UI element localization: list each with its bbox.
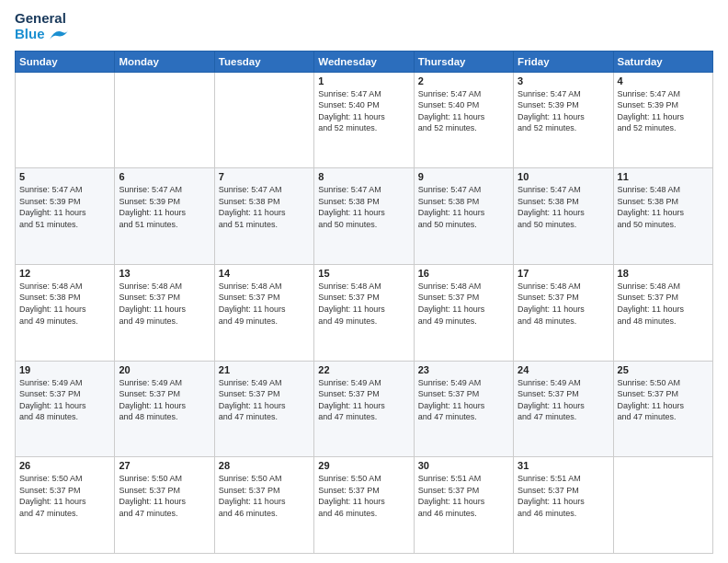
day-info: Sunrise: 5:49 AMSunset: 5:37 PMDaylight:… [318,377,409,423]
day-number: 2 [418,75,509,86]
day-info: Sunrise: 5:49 AMSunset: 5:37 PMDaylight:… [219,377,310,423]
day-info: Sunrise: 5:51 AMSunset: 5:37 PMDaylight:… [518,473,609,519]
day-number: 5 [19,171,110,182]
day-info: Sunrise: 5:48 AMSunset: 5:37 PMDaylight:… [219,281,310,327]
day-number: 30 [418,460,509,471]
day-info: Sunrise: 5:47 AMSunset: 5:39 PMDaylight:… [518,88,609,134]
page: General Blue SundayMondayTuesdayWednesda… [0,0,728,563]
day-cell: 10Sunrise: 5:47 AMSunset: 5:38 PMDayligh… [514,168,613,265]
weekday-header-wednesday: Wednesday [314,51,414,72]
day-number: 19 [19,364,110,375]
day-cell: 3Sunrise: 5:47 AMSunset: 5:39 PMDaylight… [514,72,613,168]
week-row-3: 12Sunrise: 5:48 AMSunset: 5:38 PMDayligh… [16,264,713,361]
logo-text-general: General [15,11,68,27]
day-cell: 2Sunrise: 5:47 AMSunset: 5:40 PMDaylight… [414,72,513,168]
day-cell [613,457,712,554]
weekday-header-friday: Friday [514,51,613,72]
day-info: Sunrise: 5:48 AMSunset: 5:38 PMDaylight:… [618,184,709,230]
day-cell: 26Sunrise: 5:50 AMSunset: 5:37 PMDayligh… [16,457,115,554]
day-info: Sunrise: 5:49 AMSunset: 5:37 PMDaylight:… [518,377,609,423]
day-info: Sunrise: 5:48 AMSunset: 5:37 PMDaylight:… [119,281,210,327]
day-info: Sunrise: 5:49 AMSunset: 5:37 PMDaylight:… [19,377,110,423]
day-number: 8 [318,171,409,182]
day-cell: 16Sunrise: 5:48 AMSunset: 5:37 PMDayligh… [414,264,513,361]
day-cell: 27Sunrise: 5:50 AMSunset: 5:37 PMDayligh… [115,457,214,554]
day-number: 16 [418,268,509,279]
day-info: Sunrise: 5:49 AMSunset: 5:37 PMDaylight:… [119,377,210,423]
day-cell: 29Sunrise: 5:50 AMSunset: 5:37 PMDayligh… [314,457,414,554]
day-cell: 14Sunrise: 5:48 AMSunset: 5:37 PMDayligh… [214,264,313,361]
day-number: 13 [119,268,210,279]
day-info: Sunrise: 5:47 AMSunset: 5:39 PMDaylight:… [119,184,210,230]
day-number: 23 [418,364,509,375]
day-cell: 25Sunrise: 5:50 AMSunset: 5:37 PMDayligh… [613,361,712,457]
day-info: Sunrise: 5:47 AMSunset: 5:40 PMDaylight:… [418,88,509,134]
day-cell [214,72,313,168]
calendar-table: SundayMondayTuesdayWednesdayThursdayFrid… [15,51,713,555]
day-cell [115,72,214,168]
day-cell: 23Sunrise: 5:49 AMSunset: 5:37 PMDayligh… [414,361,513,457]
day-number: 28 [219,460,310,471]
day-number: 14 [219,268,310,279]
day-cell: 8Sunrise: 5:47 AMSunset: 5:38 PMDaylight… [314,168,414,265]
week-row-5: 26Sunrise: 5:50 AMSunset: 5:37 PMDayligh… [16,457,713,554]
day-cell: 11Sunrise: 5:48 AMSunset: 5:38 PMDayligh… [613,168,712,265]
day-info: Sunrise: 5:47 AMSunset: 5:40 PMDaylight:… [318,88,409,134]
day-cell: 5Sunrise: 5:47 AMSunset: 5:39 PMDaylight… [16,168,115,265]
day-number: 25 [618,364,709,375]
day-cell [16,72,115,168]
day-number: 20 [119,364,210,375]
day-cell: 21Sunrise: 5:49 AMSunset: 5:37 PMDayligh… [214,361,313,457]
day-cell: 31Sunrise: 5:51 AMSunset: 5:37 PMDayligh… [514,457,613,554]
day-number: 26 [19,460,110,471]
header: General Blue [15,11,713,43]
day-info: Sunrise: 5:47 AMSunset: 5:38 PMDaylight:… [318,184,409,230]
day-info: Sunrise: 5:47 AMSunset: 5:38 PMDaylight:… [219,184,310,230]
day-number: 12 [19,268,110,279]
day-number: 27 [119,460,210,471]
day-number: 15 [318,268,409,279]
day-number: 17 [518,268,609,279]
weekday-header-thursday: Thursday [414,51,513,72]
day-cell: 1Sunrise: 5:47 AMSunset: 5:40 PMDaylight… [314,72,414,168]
day-info: Sunrise: 5:50 AMSunset: 5:37 PMDaylight:… [318,473,409,519]
day-info: Sunrise: 5:48 AMSunset: 5:38 PMDaylight:… [19,281,110,327]
day-info: Sunrise: 5:50 AMSunset: 5:37 PMDaylight:… [618,377,709,423]
day-number: 10 [518,171,609,182]
day-number: 9 [418,171,509,182]
day-number: 1 [318,75,409,86]
day-cell: 30Sunrise: 5:51 AMSunset: 5:37 PMDayligh… [414,457,513,554]
day-cell: 4Sunrise: 5:47 AMSunset: 5:39 PMDaylight… [613,72,712,168]
day-info: Sunrise: 5:50 AMSunset: 5:37 PMDaylight:… [219,473,310,519]
weekday-header-saturday: Saturday [613,51,712,72]
day-info: Sunrise: 5:47 AMSunset: 5:39 PMDaylight:… [618,88,709,134]
day-number: 6 [119,171,210,182]
day-info: Sunrise: 5:47 AMSunset: 5:39 PMDaylight:… [19,184,110,230]
day-info: Sunrise: 5:49 AMSunset: 5:37 PMDaylight:… [418,377,509,423]
day-number: 11 [618,171,709,182]
day-cell: 6Sunrise: 5:47 AMSunset: 5:39 PMDaylight… [115,168,214,265]
day-cell: 18Sunrise: 5:48 AMSunset: 5:37 PMDayligh… [613,264,712,361]
week-row-1: 1Sunrise: 5:47 AMSunset: 5:40 PMDaylight… [16,72,713,168]
day-number: 7 [219,171,310,182]
day-number: 3 [518,75,609,86]
week-row-4: 19Sunrise: 5:49 AMSunset: 5:37 PMDayligh… [16,361,713,457]
day-info: Sunrise: 5:47 AMSunset: 5:38 PMDaylight:… [518,184,609,230]
day-number: 22 [318,364,409,375]
day-cell: 15Sunrise: 5:48 AMSunset: 5:37 PMDayligh… [314,264,414,361]
day-cell: 9Sunrise: 5:47 AMSunset: 5:38 PMDaylight… [414,168,513,265]
day-number: 4 [618,75,709,86]
weekday-header-row: SundayMondayTuesdayWednesdayThursdayFrid… [16,51,713,72]
day-number: 24 [518,364,609,375]
day-cell: 22Sunrise: 5:49 AMSunset: 5:37 PMDayligh… [314,361,414,457]
day-info: Sunrise: 5:48 AMSunset: 5:37 PMDaylight:… [318,281,409,327]
day-number: 21 [219,364,310,375]
day-cell: 17Sunrise: 5:48 AMSunset: 5:37 PMDayligh… [514,264,613,361]
logo-bird-icon [48,27,68,43]
day-number: 29 [318,460,409,471]
day-info: Sunrise: 5:51 AMSunset: 5:37 PMDaylight:… [418,473,509,519]
day-cell: 7Sunrise: 5:47 AMSunset: 5:38 PMDaylight… [214,168,313,265]
day-info: Sunrise: 5:50 AMSunset: 5:37 PMDaylight:… [119,473,210,519]
day-cell: 24Sunrise: 5:49 AMSunset: 5:37 PMDayligh… [514,361,613,457]
logo: General Blue [15,11,68,43]
